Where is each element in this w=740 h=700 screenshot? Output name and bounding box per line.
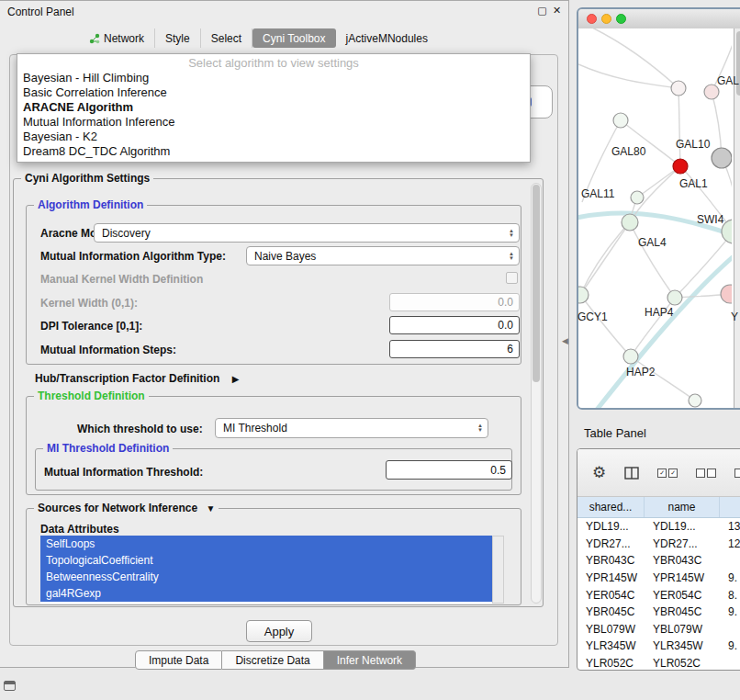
node-label: Y — [731, 310, 738, 323]
tab-network[interactable]: Network — [79, 28, 155, 48]
table-row[interactable]: YLR345W YLR345W 9. — [577, 638, 740, 655]
chevron-updown-icon: ▲▼ — [473, 423, 488, 433]
kernel-width-label: Kernel Width (0,1): — [40, 297, 138, 310]
table-row[interactable]: YBR043C YBR043C — [577, 552, 740, 570]
attribute-list-scrollbar[interactable] — [492, 536, 504, 604]
tab-discretize-data[interactable]: Discretize Data — [222, 650, 323, 670]
settings-scrollbar[interactable] — [531, 183, 542, 604]
mi-threshold-value: 0.5 — [490, 464, 506, 477]
chevron-updown-icon: ▲▼ — [504, 229, 519, 238]
table-row[interactable]: YLR052C YLR052C — [577, 655, 740, 671]
tab-label: Select — [211, 32, 241, 45]
network-node[interactable] — [673, 159, 688, 174]
network-node[interactable] — [689, 394, 701, 407]
algorithm-dropdown-placeholder: Select algorithm to view settings — [17, 56, 530, 71]
attribute-item-selected[interactable]: TopologicalCoefficient — [40, 552, 492, 569]
desktop: Control Panel ▢ ✕ Network Style Select C… — [0, 0, 740, 700]
float-icon[interactable]: ▢ — [536, 5, 548, 17]
node-label: GAL4 — [638, 236, 667, 249]
column-header-shared[interactable]: shared... — [577, 497, 645, 517]
table-panel-title: Table Panel — [584, 426, 646, 440]
attribute-item-selected[interactable]: gal4RGexp — [40, 585, 492, 602]
table-header: shared... name — [577, 497, 740, 518]
columns-icon[interactable] — [624, 467, 639, 480]
network-node[interactable] — [623, 349, 638, 364]
tab-label: Style — [165, 32, 190, 45]
control-panel-window: Control Panel ▢ ✕ Network Style Select C… — [0, 0, 569, 668]
minimize-button[interactable] — [601, 14, 611, 24]
tab-infer-network[interactable]: Infer Network — [324, 650, 416, 670]
column-header-extra[interactable] — [720, 497, 740, 517]
settings-scrollbar-thumb[interactable] — [533, 185, 540, 382]
column-header-name[interactable]: name — [645, 497, 720, 517]
table-row[interactable]: YPR145W YPR145W 9. — [577, 570, 740, 587]
algorithm-option-selected[interactable]: ARACNE Algorithm — [17, 100, 530, 115]
apply-button[interactable]: Apply — [246, 620, 312, 642]
table-row[interactable]: YDR27... YDR27... 12 — [577, 536, 740, 553]
which-threshold-select[interactable]: MI Threshold ▲▼ — [215, 418, 488, 438]
data-attributes-list: SelfLoops TopologicalCoefficient Between… — [40, 536, 492, 604]
network-node[interactable] — [721, 285, 732, 303]
network-node[interactable] — [712, 148, 732, 168]
dpi-tolerance-field[interactable]: 0.0 — [389, 316, 520, 334]
node-label: SWI4 — [697, 213, 723, 226]
aracne-mode-select[interactable]: Discovery ▲▼ — [94, 223, 520, 243]
which-threshold-label: Which threshold to use: — [77, 423, 203, 435]
close-icon[interactable]: ✕ — [551, 5, 563, 17]
table-toolbar: ⚙ ✓✓ — [577, 449, 740, 497]
manual-kernel-label: Manual Kernel Width Definition — [40, 273, 203, 286]
algorithm-option[interactable]: Basic Correlation Inference — [17, 85, 530, 100]
kernel-width-field[interactable]: 0.0 — [389, 293, 520, 311]
deselect-all-icon[interactable] — [696, 469, 716, 478]
table-row[interactable]: YBL079W YBL079W — [577, 621, 740, 638]
tab-impute-data[interactable]: Impute Data — [135, 650, 222, 670]
select-all-icon[interactable]: ✓✓ — [657, 469, 678, 478]
mi-threshold-group-title: MI Threshold Definition — [43, 442, 173, 455]
tab-select[interactable]: Select — [201, 28, 252, 48]
hub-section-toggle[interactable]: Hub/Transcription Factor Definition ▶ — [35, 372, 239, 385]
dpi-tolerance-label: DPI Tolerance [0,1]: — [40, 320, 142, 333]
node-label: HAP4 — [645, 306, 673, 319]
table-row[interactable]: YER054C YER054C 8. — [577, 586, 740, 604]
algorithm-option[interactable]: Mutual Information Inference — [17, 115, 530, 130]
collapsed-arrow-icon[interactable]: ▶ — [232, 374, 240, 384]
network-node[interactable] — [631, 191, 644, 204]
network-node[interactable] — [613, 113, 628, 128]
attribute-item-selected[interactable]: BetweennessCentrality — [40, 569, 492, 585]
partial-toolbar-icon[interactable] — [734, 469, 740, 478]
table-row[interactable]: YBR045C YBR045C 9. — [577, 604, 740, 621]
network-node[interactable] — [667, 290, 682, 305]
mi-type-select[interactable]: Naive Bayes ▲▼ — [246, 246, 520, 265]
algorithm-option[interactable]: Bayesian - Hill Climbing — [17, 71, 530, 85]
network-tab-icon — [89, 33, 100, 44]
tab-style[interactable]: Style — [155, 28, 201, 48]
zoom-button[interactable] — [616, 14, 626, 24]
minimized-panel-icon[interactable] — [4, 681, 16, 691]
table-row[interactable]: YDL19... YDL19... 13 — [577, 518, 740, 536]
mi-steps-field[interactable]: 6 — [389, 340, 520, 358]
network-node[interactable] — [622, 214, 638, 231]
network-window-titlebar[interactable] — [578, 9, 740, 29]
tab-cyni-toolbox[interactable]: Cyni Toolbox — [252, 28, 335, 48]
node-label: GAL1 — [679, 177, 708, 190]
mi-steps-value: 6 — [507, 343, 513, 356]
aracne-mode-value: Discovery — [102, 227, 151, 240]
network-node[interactable] — [578, 287, 589, 303]
close-button[interactable] — [587, 14, 597, 24]
manual-kernel-checkbox[interactable] — [506, 272, 518, 284]
panel-collapse-icon[interactable]: ◀ — [562, 336, 568, 345]
tab-jactivemnodules[interactable]: jActiveMNodules — [336, 28, 438, 48]
expanded-arrow-icon[interactable]: ▼ — [206, 503, 215, 514]
network-node[interactable] — [671, 81, 686, 96]
sources-group-title[interactable]: Sources for Network Inference ▼ — [34, 502, 219, 514]
control-panel-titlebar[interactable]: Control Panel ▢ ✕ — [0, 1, 568, 23]
algorithm-option[interactable]: Bayesian - K2 — [17, 130, 530, 144]
table-body: YDL19... YDL19... 13 YDR27... YDR27... 1… — [577, 518, 740, 671]
algorithm-option[interactable]: Dream8 DC_TDC Algorithm — [17, 144, 530, 159]
attribute-item-selected[interactable]: SelfLoops — [40, 536, 492, 552]
mi-threshold-field[interactable]: 0.5 — [386, 460, 512, 480]
node-label: GAL10 — [676, 138, 710, 151]
tab-bar: Network Style Select Cyni Toolbox jActiv… — [79, 28, 438, 48]
gear-icon[interactable]: ⚙ — [592, 463, 606, 482]
bottom-tab-bar: Impute Data Discretize Data Infer Networ… — [135, 650, 416, 670]
